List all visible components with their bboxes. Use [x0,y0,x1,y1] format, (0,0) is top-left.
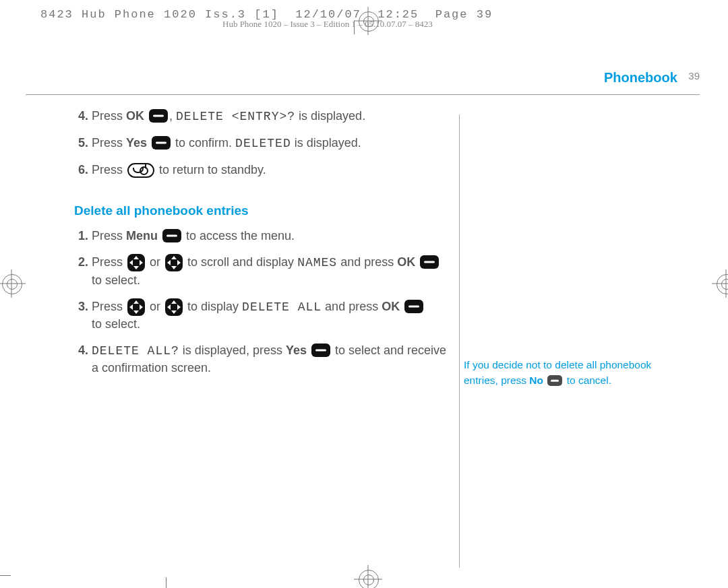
nav-icon [127,298,145,316]
running-header: Phonebook 39 [604,70,700,86]
del-step-3: Press or to display DELETE ALL and press… [92,298,452,333]
page-number: 39 [688,70,700,81]
subheading: Delete all phonebook entries [74,202,452,220]
del-step-2: Press or to scroll and display NAMES and… [92,254,452,288]
nav-icon [165,254,183,271]
step-5: Press Yes to confirm. DELETED is display… [92,135,452,152]
header-rule [26,94,700,95]
softkey-icon [162,229,181,242]
print-subslug: Hub Phone 1020 – Issue 3 – Edition 1 – 0… [222,19,433,30]
column-divider [459,115,460,568]
margin-note: If you decide not to delete all phoneboo… [464,357,679,389]
main-column: Press OK , DELETE <ENTRY>? is displayed.… [74,108,452,386]
crop-mark [166,577,166,588]
crop-mark [354,565,382,588]
nav-icon [165,298,183,316]
del-step-1: Press Menu to access the menu. [92,228,452,244]
softkey-icon [420,255,439,269]
section-title: Phonebook [604,70,677,85]
crop-mark [0,575,11,576]
crop-mark [712,269,728,298]
step-4: Press OK , DELETE <ENTRY>? is displayed. [92,108,452,125]
softkey-icon [152,136,171,150]
nav-icon [127,254,145,271]
crop-mark [0,269,26,298]
step-6: Press to return to standby. [92,162,452,178]
end-call-icon [127,163,154,178]
softkey-icon [547,375,562,386]
del-step-4: DELETE ALL? is displayed, press Yes to s… [92,342,452,377]
softkey-icon [404,300,423,313]
softkey-icon [311,344,330,357]
softkey-icon [149,109,168,123]
